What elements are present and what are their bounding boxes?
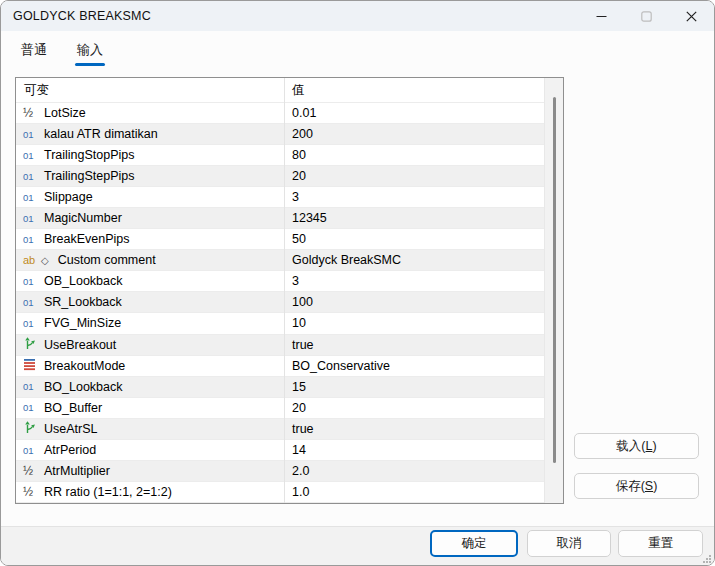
ok-button[interactable]: 确定 (430, 530, 518, 557)
table-row[interactable]: ½ 01 ab Slippage 3 (16, 187, 544, 208)
table-row[interactable]: ½ 01 ab BO_Lookback 15 (16, 377, 544, 398)
param-value[interactable]: 1.0 (284, 482, 544, 502)
param-name: AtrPeriod (44, 443, 96, 457)
param-value[interactable]: true (284, 419, 544, 439)
table-row[interactable]: ½ 01 ab FVG_MinSize 10 (16, 313, 544, 334)
table-row[interactable]: ½ 01 ab ◇ Custom comment Goldyck BreakSM… (16, 250, 544, 271)
minimize-button[interactable] (579, 1, 624, 31)
table-row[interactable]: ½ 01 ab AtrMultiplier 2.0 (16, 461, 544, 482)
table-row[interactable]: ½ 01 ab OB_Lookback 3 (16, 271, 544, 292)
load-label: 载入( (616, 438, 645, 455)
table-row[interactable]: ½ 01 ab BreakoutMode BO_Conservative (16, 356, 544, 377)
param-value[interactable]: Goldyck BreakSMC (284, 250, 544, 270)
resize-grip[interactable] (701, 553, 711, 563)
tab-common[interactable]: 普通 (15, 39, 53, 63)
integer-type-icon: 01 (23, 192, 39, 203)
close-button[interactable] (669, 1, 714, 31)
param-name: FVG_MinSize (44, 316, 121, 330)
scrollbar-thumb[interactable] (553, 97, 556, 463)
bool-type-icon (23, 336, 39, 353)
save-button[interactable]: 保存(S) (574, 473, 699, 499)
table-row[interactable]: ½ 01 ab UseAtrSL true (16, 419, 544, 440)
column-header-variable[interactable]: 可变 (16, 78, 284, 102)
tab-inputs[interactable]: 输入 (71, 39, 109, 63)
integer-type-icon: 01 (23, 234, 39, 245)
double-type-icon: ½ (23, 465, 39, 477)
table-row[interactable]: ½ 01 ab AtrPeriod 14 (16, 440, 544, 461)
table-row[interactable]: ½ 01 ab RR ratio (1=1:1, 2=1:2) 1.0 (16, 482, 544, 503)
parameters-table: 可变 值 ½ 01 ab LotSize 0.01 (15, 77, 564, 504)
vertical-scrollbar[interactable] (544, 78, 563, 503)
param-name: kalau ATR dimatikan (44, 127, 158, 141)
load-button[interactable]: 载入(L) (574, 433, 699, 459)
param-value[interactable]: true (284, 335, 544, 355)
table-row[interactable]: ½ 01 ab TrailingStopPips 80 (16, 145, 544, 166)
window-title: GOLDYCK BREAKSMC (1, 9, 151, 23)
column-header-value[interactable]: 值 (284, 78, 544, 102)
table-row[interactable]: ½ 01 ab UseBreakout true (16, 335, 544, 356)
load-accesskey: L (646, 439, 653, 453)
param-value[interactable]: 80 (284, 145, 544, 165)
param-value[interactable]: 50 (284, 229, 544, 249)
reset-button[interactable]: 重置 (618, 530, 703, 557)
param-name: MagicNumber (44, 211, 122, 225)
param-name: LotSize (44, 106, 86, 120)
param-value[interactable]: 2.0 (284, 461, 544, 481)
param-name: Slippage (44, 190, 93, 204)
param-name: BreakoutMode (44, 359, 125, 373)
param-value[interactable]: 12345 (284, 208, 544, 228)
integer-type-icon: 01 (23, 276, 39, 287)
double-type-icon: ½ (23, 486, 39, 498)
title-bar[interactable]: GOLDYCK BREAKSMC (1, 1, 714, 31)
integer-type-icon: 01 (23, 318, 39, 329)
comment-marker: ◇ (41, 255, 49, 266)
bool-type-icon (23, 420, 39, 437)
param-name: AtrMultiplier (44, 464, 110, 478)
table-row[interactable]: ½ 01 ab BreakEvenPips 50 (16, 229, 544, 250)
integer-type-icon: 01 (23, 129, 39, 140)
param-value[interactable]: 20 (284, 166, 544, 186)
param-value[interactable]: 200 (284, 124, 544, 144)
param-value[interactable]: 20 (284, 398, 544, 418)
string-type-icon: ab (23, 255, 39, 266)
column-divider[interactable] (284, 78, 285, 503)
enum-type-icon (23, 357, 39, 374)
param-name: TrailingStopPips (44, 148, 135, 162)
integer-type-icon: 01 (23, 402, 39, 413)
param-name: UseAtrSL (44, 422, 98, 436)
param-value[interactable]: 3 (284, 271, 544, 291)
close-icon (686, 11, 697, 22)
bottom-bar: 确定 取消 重置 (1, 526, 714, 565)
integer-type-icon: 01 (23, 150, 39, 161)
param-value[interactable]: 10 (284, 313, 544, 333)
save-label-suffix: ) (653, 479, 657, 493)
param-name: Custom comment (58, 253, 156, 267)
integer-type-icon: 01 (23, 213, 39, 224)
param-name: OB_Lookback (44, 274, 123, 288)
param-value[interactable]: 3 (284, 187, 544, 207)
save-accesskey: S (645, 479, 653, 493)
table-row[interactable]: ½ 01 ab SR_Lookback 100 (16, 292, 544, 313)
table-row[interactable]: ½ 01 ab LotSize 0.01 (16, 103, 544, 124)
table-row[interactable]: ½ 01 ab BO_Buffer 20 (16, 398, 544, 419)
param-name: SR_Lookback (44, 295, 122, 309)
param-value[interactable]: 100 (284, 292, 544, 312)
integer-type-icon: 01 (23, 297, 39, 308)
double-type-icon: ½ (23, 107, 39, 119)
tab-bar: 普通 输入 (15, 39, 109, 63)
save-label: 保存( (616, 478, 645, 495)
dialog-window: GOLDYCK BREAKSMC 普通 输入 可变 值 (0, 0, 715, 566)
param-value[interactable]: 15 (284, 377, 544, 397)
param-name: BreakEvenPips (44, 232, 129, 246)
integer-type-icon: 01 (23, 171, 39, 182)
window-controls (579, 1, 714, 31)
table-row[interactable]: ½ 01 ab TrailingStepPips 20 (16, 166, 544, 187)
param-value[interactable]: 0.01 (284, 103, 544, 123)
param-value[interactable]: BO_Conservative (284, 356, 544, 376)
table-row[interactable]: ½ 01 ab MagicNumber 12345 (16, 208, 544, 229)
table-row[interactable]: ½ 01 ab kalau ATR dimatikan 200 (16, 124, 544, 145)
param-value[interactable]: 14 (284, 440, 544, 460)
integer-type-icon: 01 (23, 445, 39, 456)
integer-type-icon: 01 (23, 381, 39, 392)
cancel-button[interactable]: 取消 (527, 530, 611, 557)
